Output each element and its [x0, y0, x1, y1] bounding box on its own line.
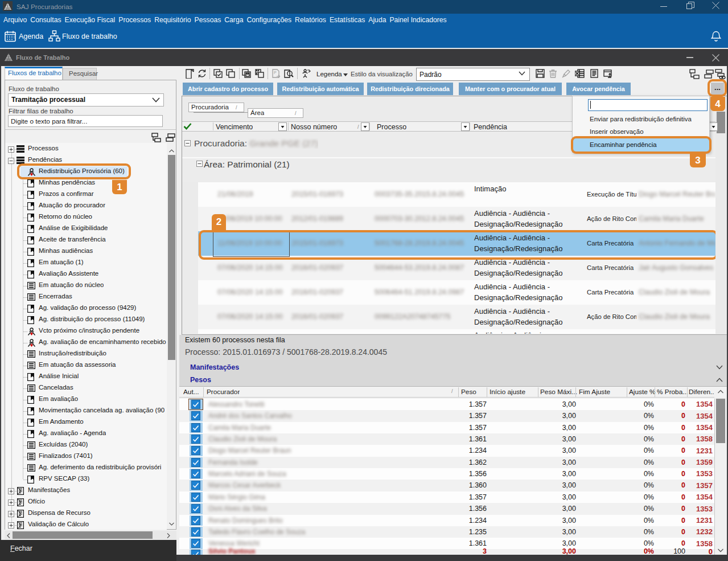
svg-text:P: P [274, 71, 277, 75]
